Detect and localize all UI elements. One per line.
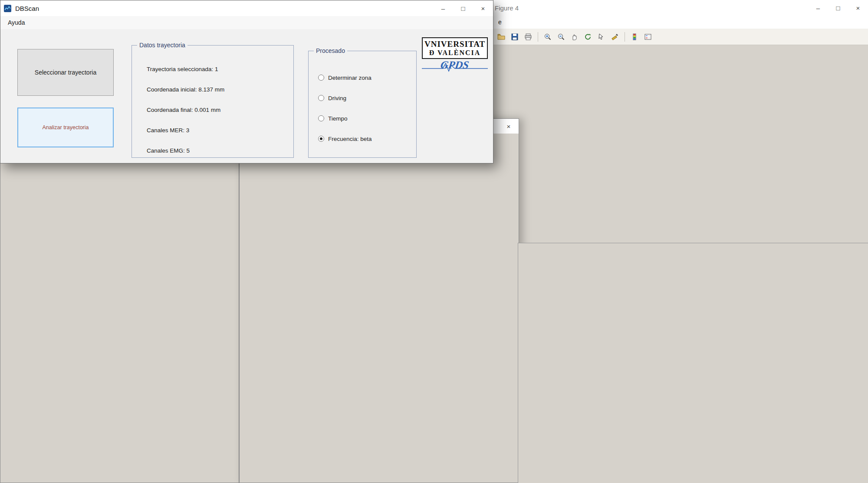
minimize-icon: – <box>816 4 820 12</box>
analizar-trayectoria-button[interactable]: Analizar trayectoria <box>17 108 114 147</box>
chart-nivel-basal-c3: 5000.10.20.3C3posic (mm) <box>524 150 628 242</box>
figure4-menubar: e <box>491 16 868 29</box>
datos-line: Trayectoria seleccionada: 1 <box>147 66 218 72</box>
radio-determinar-zona[interactable]: Determinar zona <box>318 74 372 82</box>
figure4-title: Figure 4 <box>495 4 519 12</box>
chart-probabilidad-c2: 87654321050100Probabilidad (%)C2 <box>253 170 499 235</box>
procesado-legend: Procesado <box>314 47 347 54</box>
chart-fd-beta-c2: 5001020FD betaC2 <box>752 52 855 140</box>
datos-line: Coordenada inicial: 8.137 mm <box>147 86 224 93</box>
radio-label: Driving <box>328 95 346 101</box>
logo-gpds-wrap: GPDS <box>422 59 488 75</box>
datos-line: Coordenada final: 0.001 mm <box>147 107 220 113</box>
chart-probabilidad-c3: 87654321050100C3posic (mm) <box>253 248 499 320</box>
spectrogram-c3: 864251015202530354045C3Hz <box>377 323 501 483</box>
pan-icon[interactable] <box>569 32 580 42</box>
chart-nivel-basal2-c2: 8642000.511.52Nivel basalC2x 10-3 <box>519 252 626 362</box>
chart-mer-c3: 9876543210020406080C3posic (mm) <box>7 372 237 473</box>
maximize-icon: □ <box>461 5 465 12</box>
radio-icon <box>318 75 324 81</box>
rotate-3d-icon[interactable] <box>583 32 593 42</box>
datos-line: Canales EMG: 5 <box>147 147 190 154</box>
radio-icon <box>318 136 324 142</box>
radio-label: Frecuencia: beta <box>328 136 372 142</box>
figure4-titlebar[interactable]: Figure 4 – □ × <box>491 0 868 16</box>
chart-fd-beta-c3: 5001020C3posic (mm) <box>752 150 855 242</box>
spectrogram-c2: 864251015202530354045C2Hz <box>253 323 377 483</box>
dbscan-app-icon <box>4 5 11 12</box>
chart-media-beta-c2: 5000.0050.01Media betaC2 <box>638 52 743 140</box>
figure4-menu-fragment[interactable]: e <box>495 17 505 27</box>
figure4-window: Figure 4 – □ × e <box>490 0 868 243</box>
close-icon: × <box>507 123 511 130</box>
close-icon: × <box>481 5 485 12</box>
chart-nivel-basal2-c3: 8642000.511.52C3posic (mm)x 10-3 <box>519 372 626 483</box>
radio-icon <box>318 95 324 101</box>
toolbar-separator <box>625 32 625 42</box>
radio-icon <box>318 115 324 121</box>
probability-figure-close-button[interactable]: × <box>499 119 519 134</box>
chart-frecuencia-c2: 8642002040FrecuenciaC2 <box>744 252 853 362</box>
dbscan-content: Seleccionar trayectoria Analizar trayect… <box>0 29 493 163</box>
open-icon[interactable] <box>496 32 506 42</box>
save-icon[interactable] <box>510 32 520 42</box>
figure5-window: 8642000.511.52Nivel basalC2x 10-3 864200… <box>518 243 868 483</box>
logo-line1: VNIVERSITAT <box>424 39 485 49</box>
radio-frecuencia-beta[interactable]: Frecuencia: beta <box>318 135 372 143</box>
dbscan-title: DBScan <box>15 5 39 12</box>
dbscan-maximize-button[interactable]: □ <box>453 0 473 16</box>
figure-left-window: 98765432100246Actividad muscularEMG 9876… <box>0 116 239 483</box>
logo-box: VNIVERSITAT Đ VALÈNCIA <box>422 37 488 59</box>
probability-figure-window: × 87654321050100Probabilidad (%)C2 87654… <box>239 118 519 483</box>
zoom-in-icon[interactable] <box>542 32 553 42</box>
universitat-valencia-logo: VNIVERSITAT Đ VALÈNCIA GPDS <box>422 37 488 75</box>
brush-icon[interactable] <box>610 32 620 42</box>
procesado-groupbox: Procesado Determinar zona Driving Tiempo… <box>308 47 417 158</box>
dbscan-minimize-button[interactable]: – <box>433 0 453 16</box>
figure4-minimize-button[interactable]: – <box>808 0 828 16</box>
zoom-out-icon[interactable] <box>556 32 566 42</box>
chart-actividad-muscular: 98765432100246Actividad muscularEMG <box>7 176 237 268</box>
print-icon[interactable] <box>523 32 533 42</box>
legend-icon[interactable] <box>643 32 653 42</box>
chart-media-beta-c3: 5000.0050.01C3posic (mm) <box>638 150 743 242</box>
menu-ayuda[interactable]: Ayuda <box>5 18 28 27</box>
chart-actividad-mer-c2: 9876543210020406080Actividad MERC2 <box>7 273 237 365</box>
datos-trayectoria-groupbox: Datos trayectoria Trayectoria selecciona… <box>132 42 294 158</box>
radio-tiempo[interactable]: Tiempo <box>318 114 348 122</box>
radio-driving[interactable]: Driving <box>318 94 346 102</box>
radio-label: Tiempo <box>328 115 348 122</box>
seleccionar-trayectoria-button[interactable]: Seleccionar trayectoria <box>17 49 114 96</box>
close-icon: × <box>856 4 860 12</box>
data-cursor-icon[interactable] <box>596 32 607 42</box>
datos-trayectoria-legend: Datos trayectoria <box>137 42 187 49</box>
figure4-close-button[interactable]: × <box>848 0 868 16</box>
logo-line2: Đ VALÈNCIA <box>424 49 485 57</box>
dbscan-window: DBScan – □ × Ayuda Seleccionar trayector… <box>0 0 493 163</box>
chart-actividad-c2: 864200204060ActividadC2 <box>631 252 739 362</box>
figure4-toolbar <box>491 29 868 45</box>
toolbar-separator <box>538 32 538 42</box>
dbscan-close-button[interactable]: × <box>473 0 493 16</box>
chart-actividad-c3: 864200204060C3posic (mm) <box>631 372 739 483</box>
chart-nivel-basal-c2: 5000.10.20.3Nivel basalC2 <box>524 52 628 140</box>
minimize-icon: – <box>441 5 445 12</box>
dbscan-menubar: Ayuda <box>0 16 493 29</box>
chart-frecuencia-c3: 8642002040C3posic (mm) <box>744 372 853 483</box>
maximize-icon: □ <box>836 4 840 12</box>
radio-label: Determinar zona <box>328 75 372 81</box>
datos-line: Canales MER: 3 <box>147 127 189 134</box>
figure4-maximize-button[interactable]: □ <box>828 0 848 16</box>
colorbar-icon[interactable] <box>629 32 640 42</box>
logo-gpds-text: GPDS <box>440 59 470 71</box>
dbscan-titlebar[interactable]: DBScan – □ × <box>0 0 493 16</box>
